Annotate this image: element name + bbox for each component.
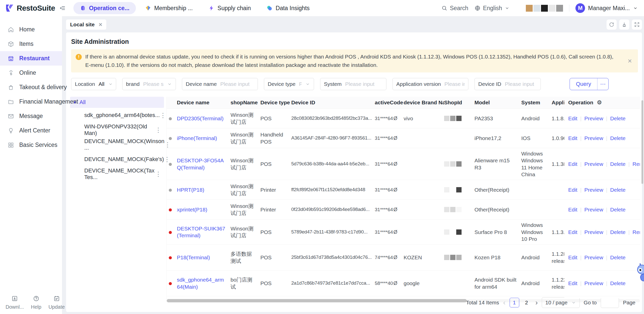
delete-link[interactable]: Delete	[610, 135, 626, 141]
remote-link[interactable]: Remote Co...	[633, 161, 640, 167]
next-page-button[interactable]: ›	[535, 299, 538, 306]
device-name-link[interactable]: xprintet(P18)	[177, 207, 207, 212]
close-icon[interactable]: ×	[99, 22, 102, 28]
sidebar-item-message[interactable]: Message	[0, 109, 62, 123]
filter-application-version[interactable]: Application versionPlease input	[392, 78, 468, 90]
delete-link[interactable]: Delete	[610, 115, 626, 121]
app-logo[interactable]: RestoSuite	[0, 4, 55, 13]
delete-link[interactable]: Delete	[610, 229, 626, 235]
preview-link[interactable]: Preview	[584, 115, 603, 121]
edit-link[interactable]: Edit	[568, 135, 577, 141]
fullscreen-button[interactable]	[632, 19, 642, 30]
eye-off-icon[interactable]: Ø	[393, 115, 398, 121]
device-name-link[interactable]: P18(Terminal)	[177, 254, 210, 260]
delete-link[interactable]: Delete	[610, 207, 626, 212]
more-menu-icon[interactable]: ⋮	[160, 112, 166, 119]
page-number-2[interactable]: 2	[522, 298, 531, 307]
preview-link[interactable]: Preview	[584, 280, 603, 286]
preview-link[interactable]: Preview	[584, 161, 603, 167]
close-icon[interactable]: ×	[628, 57, 632, 65]
device-name-link[interactable]: HPRT(P18)	[177, 187, 204, 193]
theme-swatch-5[interactable]	[556, 5, 563, 12]
goto-page-input[interactable]	[601, 297, 619, 308]
tree-node-device-name-mock-fake-s[interactable]: DEVICE_NAME_MOCK(Fake's)⋮	[70, 152, 164, 167]
theme-swatch-1[interactable]	[526, 5, 533, 12]
gear-icon[interactable]: ⚙	[595, 99, 602, 106]
theme-swatch-4[interactable]	[549, 5, 555, 12]
edit-link[interactable]: Edit	[568, 254, 577, 260]
device-name-link[interactable]: sdk_gphone64_arm64(Main)	[177, 277, 224, 289]
downl-button[interactable]: Downl...	[6, 295, 24, 310]
eye-off-icon[interactable]: Ø	[393, 207, 398, 212]
theme-swatch-2[interactable]	[533, 5, 540, 12]
delete-link[interactable]: Delete	[610, 280, 626, 286]
app-tab-membership[interactable]: Membership ...	[138, 2, 199, 14]
preview-link[interactable]: Preview	[584, 135, 603, 141]
eye-off-icon[interactable]: Ø	[393, 135, 398, 141]
update-button[interactable]: Update	[48, 295, 65, 310]
sidebar-item-restaurant[interactable]: Restaurant	[0, 51, 62, 66]
app-tab-operation-ce[interactable]: Operation ce...	[73, 2, 136, 14]
clear-cache-button[interactable]	[619, 19, 629, 30]
more-menu-icon[interactable]: ⋮	[155, 126, 161, 134]
more-menu-icon[interactable]: ⋮	[155, 170, 161, 178]
device-name-link[interactable]: DPD2305(Terminal)	[177, 115, 223, 121]
help-button[interactable]: Help	[31, 295, 41, 310]
eye-off-icon[interactable]: Ø	[393, 187, 398, 192]
tree-node-device-name-mock-winson[interactable]: DEVICE_NAME_MOCK(Winson ...⋮	[70, 137, 164, 152]
eye-off-icon[interactable]: Ø	[393, 229, 398, 235]
delete-link[interactable]: Delete	[610, 161, 626, 167]
device-name-link[interactable]: DESKTOP-3FO54AQ(Terminal)	[177, 158, 224, 170]
filter-system[interactable]: SystemPlease input	[320, 78, 386, 90]
filter-device-name[interactable]: Device namePlease input	[182, 78, 258, 90]
preview-link[interactable]: Preview	[584, 229, 603, 235]
query-button[interactable]: Query	[570, 78, 597, 90]
delete-link[interactable]: Delete	[610, 254, 626, 260]
sidebar-item-financial-management[interactable]: Financial Management	[0, 94, 62, 109]
edit-link[interactable]: Edit	[568, 161, 577, 167]
sidebar-item-online[interactable]: Online	[0, 66, 62, 80]
app-tab-supply-chain[interactable]: Supply chain	[202, 2, 258, 14]
app-tab-data-insights[interactable]: Data Insights	[260, 2, 316, 14]
vertical-scrollbar-thumb[interactable]	[641, 100, 643, 184]
sidebar-item-basic-services[interactable]: Basic Services	[0, 138, 62, 152]
language-select[interactable]: English	[474, 5, 510, 12]
preview-link[interactable]: Preview	[584, 207, 603, 212]
user-menu[interactable]: M Manager Maxi...	[575, 3, 638, 13]
horizontal-scrollbar-thumb[interactable]	[167, 299, 467, 302]
tree-node-sdk-gphone64-arm64-botes[interactable]: sdk_gphone64_arm64(botes...⋮	[70, 108, 164, 123]
refresh-button[interactable]	[607, 19, 617, 30]
edit-link[interactable]: Edit	[568, 280, 577, 286]
eye-off-icon[interactable]: Ø	[393, 280, 398, 286]
prev-page-button[interactable]: ‹	[503, 299, 505, 306]
preview-link[interactable]: Preview	[584, 254, 603, 260]
filter-device-id[interactable]: Device IDPlease input	[474, 78, 541, 90]
tree-node-device-name-mock-tax-tes[interactable]: DEVICE_NAME_MOCK(Tax Tes...⋮	[70, 167, 164, 181]
assistant-robot[interactable]	[634, 263, 644, 283]
edit-link[interactable]: Edit	[568, 115, 577, 121]
device-name-link[interactable]: DESKTOP-SUIK367(Terminal)	[177, 226, 225, 238]
theme-swatch-3[interactable]	[541, 5, 548, 12]
page-number-1[interactable]: 1	[510, 298, 519, 307]
global-search[interactable]: Search	[441, 5, 468, 12]
remote-link[interactable]: Remote Co...	[633, 229, 640, 235]
eye-off-icon[interactable]: Ø	[393, 161, 398, 167]
workspace-tab-local-site[interactable]: Local site ×	[66, 19, 106, 30]
sidebar-item-takeout-delivery[interactable]: Takeout & delivery	[0, 80, 62, 94]
delete-link[interactable]: Delete	[610, 187, 626, 193]
edit-link[interactable]: Edit	[568, 207, 577, 212]
device-name-link[interactable]: iPhone(Terminal)	[177, 135, 217, 141]
tree-node-all[interactable]: ▾ All	[70, 97, 164, 108]
eye-off-icon[interactable]: Ø	[393, 254, 398, 260]
tree-node-win-dv6ponpv332-old-man[interactable]: WIN-DV6PONPV332(Old Man)⋮	[70, 123, 164, 137]
page-size-select[interactable]: 10 / page	[542, 297, 580, 308]
edit-link[interactable]: Edit	[568, 229, 577, 235]
filter-device-type[interactable]: Device typePleas...	[264, 78, 314, 90]
edit-link[interactable]: Edit	[568, 187, 577, 193]
sidebar-item-home[interactable]: Home	[0, 22, 62, 37]
sidebar-collapse-icon[interactable]	[59, 5, 66, 11]
preview-link[interactable]: Preview	[584, 187, 603, 193]
sidebar-item-items[interactable]: Items	[0, 37, 62, 51]
sidebar-item-alert-center[interactable]: Alert Center	[0, 123, 62, 138]
filter-location[interactable]: LocationAll	[71, 78, 116, 90]
